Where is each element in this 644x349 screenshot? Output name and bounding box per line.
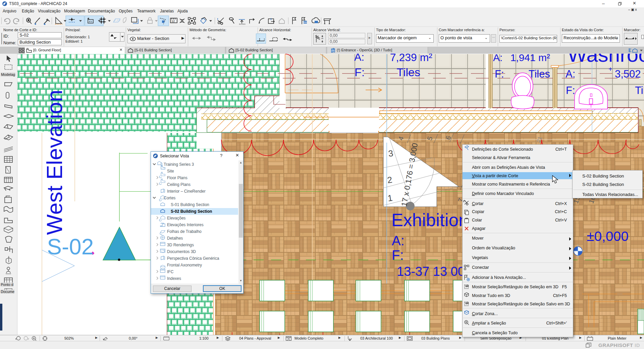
svg-text:Ctrl+T: Ctrl+T (555, 147, 567, 152)
svg-text:12: 12 (171, 19, 175, 23)
svg-text:Ampliar a Seleção: Ampliar a Seleção (472, 321, 506, 326)
svg-text:Exhibition: Exhibition (391, 210, 469, 230)
svg-text:Tiles: Tiles (396, 66, 420, 79)
svg-text:Definições do Corte Selecionad: Definições do Corte Selecionado (472, 147, 533, 152)
svg-text:West Elevation: West Elevation (42, 90, 67, 235)
svg-text:Tiles: Tiles (635, 85, 644, 96)
svg-text:Mostrar Tudo em 3D: Mostrar Tudo em 3D (472, 293, 510, 298)
svg-text:Colar: Colar (472, 218, 482, 222)
svg-text:Washroom: Washroom (568, 54, 644, 66)
svg-text:A:: A: (392, 233, 405, 248)
svg-text:Vista a partir deste Corte: Vista a partir deste Corte (472, 173, 518, 178)
svg-text:Adicionar à Nova Anotação...: Adicionar à Nova Anotação... (472, 275, 526, 280)
svg-text:Conectar: Conectar (472, 265, 489, 270)
svg-text:Site: Site (167, 169, 174, 173)
svg-text:Mover: Mover (472, 236, 484, 241)
svg-text:F:: F: (355, 66, 365, 79)
svg-text:A:: A: (354, 54, 364, 63)
svg-text:Folhas de Trabalho: Folhas de Trabalho (167, 229, 202, 234)
svg-text:S-02: S-02 (47, 234, 94, 259)
svg-text:Ctrl+X: Ctrl+X (555, 201, 567, 206)
svg-text:Abrir com as Definições Atuais: Abrir com as Definições Atuais de Vista (472, 165, 545, 170)
svg-text:Detalhes: Detalhes (167, 236, 183, 241)
svg-text:S-01 Building Section: S-01 Building Section (171, 202, 209, 207)
svg-text:Perspectiva Cônica Genérica: Perspectiva Cônica Genérica (167, 256, 219, 261)
svg-text:Mostrar Seleção/Retângulo de S: Mostrar Seleção/Retângulo de Seleção Sal… (472, 302, 570, 306)
svg-text:Cortar: Cortar (472, 201, 484, 206)
svg-text:∞: ∞ (321, 37, 323, 40)
svg-text:Ctrl+Shift+': Ctrl+Shift+' (546, 321, 567, 326)
svg-text:Tiles: Tiles (529, 68, 550, 80)
svg-text:Vegetais: Vegetais (472, 255, 488, 260)
svg-text:F:: F: (495, 68, 504, 80)
svg-text:Copiar: Copiar (472, 209, 484, 214)
svg-text:7,239 m²: 7,239 m² (390, 54, 433, 63)
svg-text:IFC: IFC (167, 269, 174, 274)
svg-text:Ctrl+C: Ctrl+C (555, 209, 567, 214)
svg-text:Floor Plans: Floor Plans (167, 176, 187, 180)
svg-text:Interior – CineRender: Interior – CineRender (167, 189, 206, 194)
svg-text:Mostrar Seleção/Retângulo de S: Mostrar Seleção/Retângulo de Seleção em … (472, 285, 558, 289)
svg-text:Ctrl+V: Ctrl+V (555, 218, 567, 222)
svg-text:+: + (608, 65, 612, 73)
svg-text:A:: A: (493, 54, 502, 63)
svg-text:Frontal Axonometry: Frontal Axonometry (167, 263, 202, 267)
svg-text:XY:: XY: (89, 20, 93, 23)
svg-text:3,502: 3,502 (615, 68, 641, 80)
svg-text:S-02 Building Section: S-02 Building Section (171, 209, 212, 214)
svg-text:F5: F5 (562, 285, 567, 289)
svg-text:3D Renderings: 3D Renderings (167, 243, 194, 247)
svg-text:Ctrl+F5: Ctrl+F5 (553, 293, 567, 298)
svg-text:Training Series 3: Training Series 3 (164, 162, 194, 167)
svg-text:F:: F: (566, 85, 575, 96)
svg-text:Cortar Zona...: Cortar Zona... (472, 311, 498, 316)
svg-text:Ceiling Plans: Ceiling Plans (167, 182, 191, 187)
svg-text:Cancela a Seleção Tudo: Cancela a Seleção Tudo (472, 331, 518, 335)
svg-text:Apagar: Apagar (472, 226, 485, 231)
svg-text:Selecionar & Ativar Ferramenta: Selecionar & Ativar Ferramenta (472, 155, 530, 160)
svg-text:Definir como Marcador Vinculad: Definir como Marcador Vinculado (472, 191, 534, 196)
svg-text:A:: A: (566, 68, 575, 80)
svg-text:Documentos 3D: Documentos 3D (167, 249, 196, 254)
svg-text:F:: F: (392, 248, 404, 262)
svg-text:Elevações Interiores: Elevações Interiores (167, 222, 204, 227)
svg-text:Ordem de Visualização: Ordem de Visualização (472, 246, 515, 250)
svg-text:Indexes: Indexes (167, 276, 181, 281)
svg-text:Cortes: Cortes (164, 196, 175, 200)
svg-text:Elevações: Elevações (167, 216, 185, 220)
svg-text:Mostrar como Rastreamento e Re: Mostrar como Rastreamento e Referência (472, 182, 550, 187)
svg-text:1,941 m²: 1,941 m² (511, 54, 550, 63)
svg-text:±0,000: ±0,000 (587, 229, 629, 244)
